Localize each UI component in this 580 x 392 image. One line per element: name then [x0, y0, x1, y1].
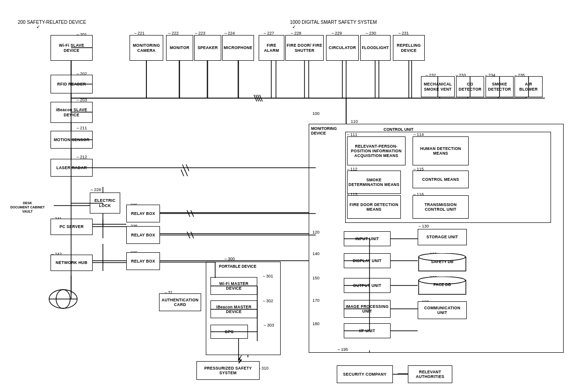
- monitoring-device-label: MONITORINGDEVICE: [311, 126, 337, 135]
- box-111: RELEVANT-PERSON- POSITION INFORMATION AC…: [347, 136, 406, 165]
- box-302: iBeacon MASTER DEVICE: [210, 300, 257, 318]
- box-225c: RELAY BOX: [126, 252, 160, 270]
- ref-303: ～303: [263, 322, 274, 328]
- box-201: Wi-Fi SLAVE DEVICE: [51, 35, 93, 61]
- safety-device-title: 200 SAFETY-RELATED DEVICE: [18, 20, 86, 25]
- box-224: MICROPHONE: [222, 35, 254, 61]
- box-229: CIRCULATOR: [326, 35, 359, 61]
- box-150: OUTPUT UNIT: [344, 278, 391, 293]
- desk-label: DESKDOCUMENT CABINETVAULT: [10, 201, 45, 214]
- box-203: iBeacon SLAVE DEVICE: [51, 102, 93, 123]
- main-system-title: 1000 DIGITAL SMART SAFETY SYSTEM: [290, 20, 377, 25]
- box-241: PC SERVER: [51, 219, 93, 235]
- box-242: NETWORK HUB: [51, 255, 93, 271]
- face-db-label: FACE DB: [418, 282, 467, 287]
- ref-180: 180: [312, 321, 319, 326]
- safety-device-arrow: ↙: [36, 24, 40, 29]
- ref-110: 110: [351, 119, 358, 124]
- box-31: AUTHENTICATION CARD: [159, 293, 201, 311]
- svg-line-42: [185, 170, 188, 176]
- safety-db-label: SAFETY DB: [418, 259, 467, 264]
- box-140: DISPLAY UNIT: [344, 253, 391, 268]
- box-227: FIRE ALARM: [259, 35, 284, 61]
- ref-100: 100: [312, 111, 319, 116]
- box-relevant-authorities: RELEVANT AUTHORITIES: [408, 365, 452, 383]
- ref-302: ～302: [262, 298, 273, 304]
- box-170: IMAGE PROCESSING UNIT: [344, 300, 391, 318]
- box-230: FLOODLIGHT: [360, 35, 391, 61]
- box-228: FIRE DOOR/ FIRE SHUTTER: [285, 35, 324, 61]
- ref-120: 120: [312, 230, 319, 235]
- diagram: 1000 DIGITAL SMART SAFETY SYSTEM ↙ 200 S…: [0, 0, 580, 392]
- box-232: MECHANICAL SMOKE VENT: [421, 76, 455, 97]
- box-130: STORAGE UNIT: [418, 229, 467, 245]
- box-221: MONITORING CAMERA: [130, 35, 163, 61]
- box-120: INPUT UNIT: [344, 231, 391, 246]
- box-225b: RELAY BOX: [126, 226, 160, 244]
- box-225a: RELAY BOX: [126, 205, 160, 222]
- ref-150: 150: [312, 276, 319, 280]
- box-234: SMOKE DETECTOR: [486, 76, 514, 97]
- box-235: AIR BLOWER: [515, 76, 543, 97]
- ref-195: ～195: [337, 347, 348, 353]
- box-212: LASER RADAR: [51, 159, 93, 177]
- main-system-arrow: ↙: [292, 24, 296, 29]
- box-301: Wi-Fi MASTER DEVICE: [210, 277, 257, 295]
- portable-device-label: PORTABLE DEVICE: [219, 264, 256, 269]
- box-180: I/F UNIT: [344, 323, 391, 338]
- box-115: CONTROL MEANS: [413, 171, 469, 188]
- ref-300: ～300: [224, 256, 235, 262]
- box-231: REPELLING DEVICE: [393, 35, 425, 61]
- ref-140: 140: [312, 251, 319, 256]
- box-112: SMOKE DETERMINATION MEANS: [347, 171, 401, 194]
- box-211: MOTION SENSOR: [51, 131, 93, 149]
- box-233: CO DETECTOR: [456, 76, 484, 97]
- box-223: SPEAKER: [194, 35, 221, 61]
- box-114: HUMAN DETECTION MEANS: [413, 136, 469, 165]
- box-310: PRESSURIZED SAFETY SYSTEM: [196, 361, 260, 380]
- box-303: GPS: [210, 325, 248, 339]
- ref-170: 170: [312, 298, 319, 303]
- lightning-icon: [235, 354, 245, 363]
- ref-301: ～301: [262, 273, 273, 279]
- control-unit-label: CONTROL UNIT: [384, 127, 413, 132]
- internet-symbol: [47, 287, 80, 311]
- box-113: FIRE DOOR DETECTION MEANS: [347, 195, 401, 219]
- svg-line-41: [181, 170, 184, 176]
- box-116: TRANSMISSION CONTROL UNIT: [413, 195, 469, 219]
- box-202: RFID READER: [51, 75, 93, 93]
- box-222: MONITOR: [166, 35, 193, 61]
- box-226: ELECTRIC LOCK: [90, 192, 120, 214]
- box-security-company: SECURITY COMPANY: [337, 365, 393, 383]
- box-190: COMMUNICATION UNIT: [418, 301, 467, 319]
